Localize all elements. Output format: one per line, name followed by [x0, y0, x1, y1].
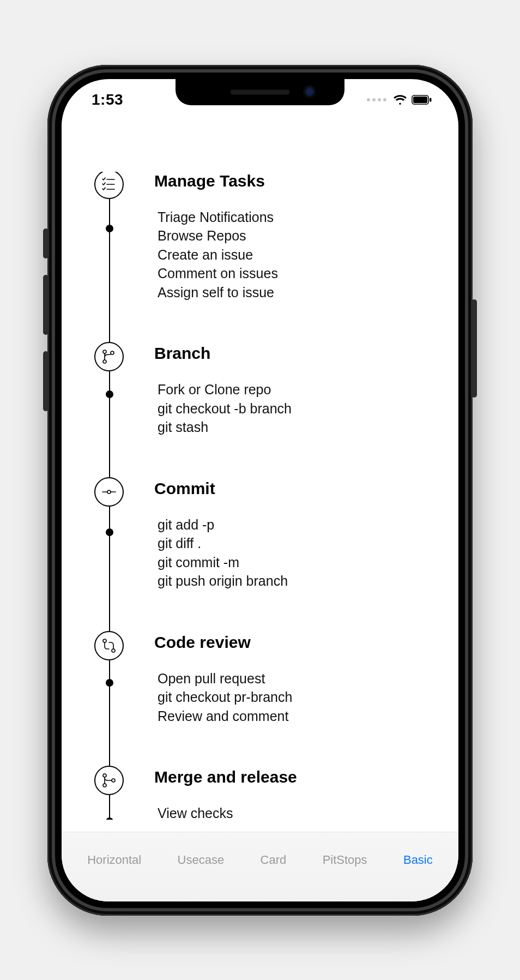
tab-card[interactable]: Card: [261, 853, 287, 867]
wifi-icon: [393, 94, 407, 105]
battery-icon: [412, 95, 432, 105]
timeline-scroll[interactable]: Manage TasksTriage NotificationsBrowse R…: [94, 172, 437, 820]
timeline-connector: [109, 507, 110, 635]
timeline-dot: [106, 679, 113, 687]
step-title: Commit: [154, 479, 437, 498]
step-item: Create an issue: [158, 245, 437, 264]
front-camera: [305, 87, 315, 97]
phone-side-buttons: [43, 229, 49, 428]
tab-horizontal[interactable]: Horizontal: [87, 853, 141, 867]
speaker-grill: [230, 89, 290, 95]
timeline-step: Merge and releaseView checksgit rebasegi…: [94, 768, 437, 820]
phone-screen: 1:53: [62, 79, 458, 901]
status-right: [367, 94, 437, 105]
timeline-dot: [106, 390, 113, 398]
merge-icon: [94, 766, 124, 795]
step-item: Open pull request: [158, 669, 437, 688]
svg-rect-1: [413, 97, 427, 103]
timeline-connector: [109, 199, 110, 347]
svg-rect-2: [430, 98, 432, 101]
timeline-step: Manage TasksTriage NotificationsBrowse R…: [94, 172, 437, 302]
step-item: Triage Notifications: [158, 208, 437, 227]
timeline-step: Code reviewOpen pull requestgit checkout…: [94, 633, 437, 726]
tab-bar: HorizontalUsecaseCardPitStopsBasic: [62, 832, 458, 901]
commit-icon: [94, 477, 124, 507]
step-item: Browse Repos: [158, 226, 437, 245]
step-title: Code review: [154, 633, 437, 652]
step-item: View checks: [158, 804, 437, 820]
step-item: Review and comment: [158, 707, 437, 726]
branch-icon: [94, 342, 124, 371]
tab-basic[interactable]: Basic: [403, 853, 433, 867]
step-items: git add -pgit diff .git commit -mgit pus…: [154, 515, 437, 591]
step-items: Triage NotificationsBrowse ReposCreate a…: [154, 208, 437, 302]
timeline-dot: [106, 817, 113, 820]
step-item: git commit -m: [158, 553, 437, 572]
step-items: Fork or Clone repogit checkout -b branch…: [154, 380, 437, 437]
step-items: View checksgit rebasegit mergegit tag: [154, 804, 437, 820]
timeline-dot: [106, 528, 113, 536]
step-item: git checkout -b branch: [158, 399, 437, 418]
timeline-step: Commitgit add -pgit diff .git commit -mg…: [94, 479, 437, 591]
step-item: git add -p: [158, 515, 437, 534]
phone-notch: [176, 79, 344, 105]
timeline-connector: [109, 371, 110, 482]
timeline-step: BranchFork or Clone repogit checkout -b …: [94, 344, 437, 437]
step-item: git diff .: [158, 534, 437, 553]
step-title: Branch: [154, 344, 437, 363]
phone-frame: 1:53: [47, 65, 473, 916]
timeline-connector: [109, 795, 110, 820]
code-review-icon: [94, 631, 124, 660]
step-item: Fork or Clone repo: [158, 380, 437, 399]
tab-pitstops[interactable]: PitStops: [323, 853, 367, 867]
step-item: Comment on issues: [158, 264, 437, 283]
checklist-icon: [94, 172, 124, 199]
step-item: git checkout pr-branch: [158, 688, 437, 707]
tab-usecase[interactable]: Usecase: [178, 853, 225, 867]
step-title: Merge and release: [154, 768, 437, 786]
step-title: Manage Tasks: [154, 172, 437, 190]
step-items: Open pull requestgit checkout pr-branchR…: [154, 669, 437, 726]
timeline-dot: [106, 225, 113, 232]
step-item: Assign self to issue: [158, 283, 437, 302]
timeline-connector: [109, 660, 110, 771]
cellular-dots-icon: [367, 98, 386, 101]
step-item: git stash: [158, 418, 437, 437]
step-item: git push origin branch: [158, 572, 437, 591]
status-time: 1:53: [83, 91, 123, 109]
